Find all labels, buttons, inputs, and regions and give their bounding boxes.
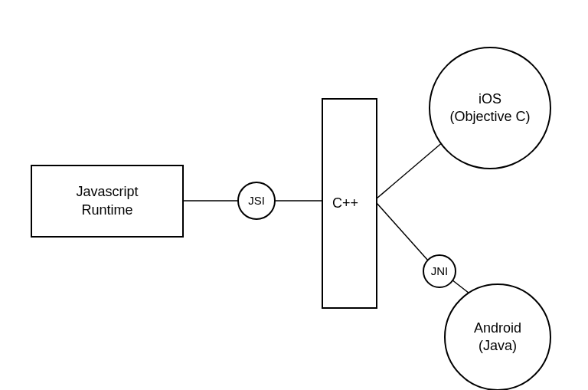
jsi-label: JSI xyxy=(248,193,265,208)
android-label: Android (Java) xyxy=(474,320,521,356)
js-runtime-box: Javascript Runtime xyxy=(31,165,184,238)
jni-circle: JNI xyxy=(423,254,456,288)
ios-circle: iOS (Objective C) xyxy=(429,47,551,169)
jsi-circle: JSI xyxy=(237,182,276,220)
jni-label: JNI xyxy=(431,264,449,279)
ios-label: iOS (Objective C) xyxy=(449,90,530,126)
svg-line-3 xyxy=(377,203,435,268)
cpp-box: C++ xyxy=(322,98,377,309)
cpp-label: C++ xyxy=(332,195,358,212)
android-circle: Android (Java) xyxy=(444,283,551,390)
js-runtime-label: Javascript Runtime xyxy=(76,183,138,219)
